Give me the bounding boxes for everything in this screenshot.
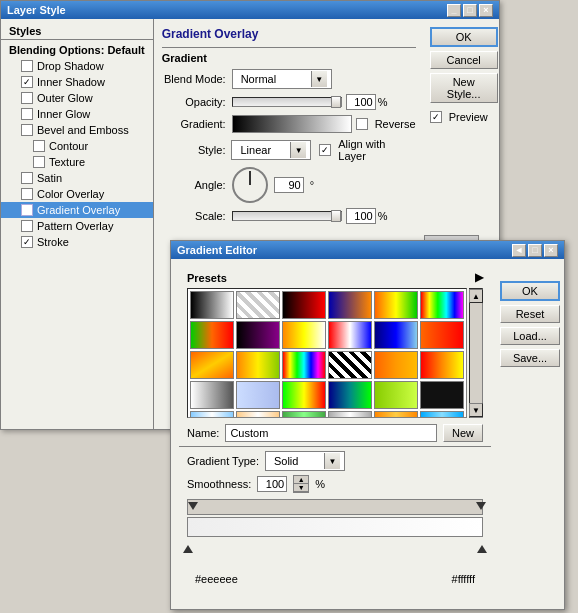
preset-27[interactable] (282, 411, 326, 418)
ge-restore-btn[interactable]: □ (528, 244, 542, 257)
preset-16[interactable] (328, 351, 372, 379)
preset-6[interactable] (420, 291, 464, 319)
contour-checkbox[interactable] (33, 140, 45, 152)
gradient-group: Gradient: Reverse (162, 115, 416, 133)
preset-13[interactable] (190, 351, 234, 379)
preset-26[interactable] (236, 411, 280, 418)
gradient-type-arrow[interactable]: ▼ (324, 453, 340, 469)
angle-degree: ° (310, 179, 314, 191)
bevel-emboss-checkbox[interactable] (21, 124, 33, 136)
gradient-preview[interactable] (232, 115, 352, 133)
preset-28[interactable] (328, 411, 372, 418)
blending-options-item[interactable]: Blending Options: Default (1, 42, 153, 58)
angle-dial[interactable] (232, 167, 268, 203)
preset-25[interactable] (190, 411, 234, 418)
presets-scrollbar[interactable]: ▲ ▼ (469, 288, 483, 418)
preset-29[interactable] (374, 411, 418, 418)
preset-19[interactable] (190, 381, 234, 409)
preset-17[interactable] (374, 351, 418, 379)
smoothness-stepper[interactable]: ▲ ▼ (293, 475, 309, 493)
stepper-up-btn[interactable]: ▲ (294, 476, 308, 484)
preset-7[interactable] (190, 321, 234, 349)
preset-18[interactable] (420, 351, 464, 379)
color-overlay-checkbox[interactable] (21, 188, 33, 200)
pattern-overlay-checkbox[interactable] (21, 220, 33, 232)
stepper-down-btn[interactable]: ▼ (294, 484, 308, 492)
satin-item[interactable]: Satin (1, 170, 153, 186)
outer-glow-item[interactable]: Outer Glow (1, 90, 153, 106)
ge-minimize-btn[interactable]: ◄ (512, 244, 526, 257)
ge-save-button[interactable]: Save... (500, 349, 560, 367)
preset-9[interactable] (282, 321, 326, 349)
gradient-overlay-item[interactable]: Gradient Overlay (1, 202, 153, 218)
satin-checkbox[interactable] (21, 172, 33, 184)
drop-shadow-item[interactable]: Drop Shadow (1, 58, 153, 74)
opacity-stops-area[interactable] (187, 499, 483, 515)
preset-21[interactable] (282, 381, 326, 409)
cancel-button[interactable]: Cancel (430, 51, 498, 69)
angle-input[interactable]: 90 (274, 177, 304, 193)
bevel-emboss-item[interactable]: Bevel and Emboss (1, 122, 153, 138)
pattern-overlay-item[interactable]: Pattern Overlay (1, 218, 153, 234)
inner-glow-checkbox[interactable] (21, 108, 33, 120)
new-style-button[interactable]: New Style... (430, 73, 498, 103)
gradient-overlay-checkbox[interactable] (21, 204, 33, 216)
blend-mode-arrow[interactable]: ▼ (311, 71, 327, 87)
opacity-slider[interactable] (232, 97, 342, 107)
preset-10[interactable] (328, 321, 372, 349)
align-checkbox[interactable] (319, 144, 331, 156)
preset-4[interactable] (328, 291, 372, 319)
smoothness-input[interactable]: 100 (257, 476, 287, 492)
preset-20[interactable] (236, 381, 280, 409)
ge-load-button[interactable]: Load... (500, 327, 560, 345)
close-btn[interactable]: × (479, 4, 493, 17)
drop-shadow-checkbox[interactable] (21, 60, 33, 72)
scale-slider[interactable] (232, 211, 342, 221)
preset-8[interactable] (236, 321, 280, 349)
opacity-input[interactable]: 100 (346, 94, 376, 110)
preset-11[interactable] (374, 321, 418, 349)
stroke-item[interactable]: Stroke (1, 234, 153, 250)
preset-30[interactable] (420, 411, 464, 418)
preview-checkbox[interactable] (430, 111, 442, 123)
preset-1[interactable] (190, 291, 234, 319)
stroke-checkbox[interactable] (21, 236, 33, 248)
preset-2[interactable] (236, 291, 280, 319)
inner-shadow-checkbox[interactable] (21, 76, 33, 88)
inner-shadow-item[interactable]: Inner Shadow (1, 74, 153, 90)
minimize-btn[interactable]: _ (447, 4, 461, 17)
preset-12[interactable] (420, 321, 464, 349)
ge-close-btn[interactable]: × (544, 244, 558, 257)
preset-24[interactable] (420, 381, 464, 409)
gradient-type-dropdown[interactable]: Solid ▼ (265, 451, 345, 471)
outer-glow-checkbox[interactable] (21, 92, 33, 104)
contour-item[interactable]: Contour (1, 138, 153, 154)
color-overlay-item[interactable]: Color Overlay (1, 186, 153, 202)
preset-15[interactable] (282, 351, 326, 379)
new-gradient-button[interactable]: New (443, 424, 483, 442)
preset-23[interactable] (374, 381, 418, 409)
blend-mode-dropdown[interactable]: Normal ▼ (232, 69, 332, 89)
reverse-checkbox[interactable] (356, 118, 368, 130)
preset-22[interactable] (328, 381, 372, 409)
ge-reset-button[interactable]: Reset (500, 305, 560, 323)
presets-grid[interactable] (187, 288, 467, 418)
texture-item[interactable]: Texture (1, 154, 153, 170)
preset-3[interactable] (282, 291, 326, 319)
scroll-down-btn[interactable]: ▼ (469, 403, 483, 417)
restore-btn[interactable]: □ (463, 4, 477, 17)
presets-arrow-btn[interactable]: ▶ (475, 271, 483, 284)
preset-14[interactable] (236, 351, 280, 379)
ge-ok-button[interactable]: OK (500, 281, 560, 301)
preset-5[interactable] (374, 291, 418, 319)
ok-button[interactable]: OK (430, 27, 498, 47)
gradient-bar[interactable] (187, 517, 483, 537)
scroll-up-btn[interactable]: ▲ (469, 289, 483, 303)
scale-input[interactable]: 100 (346, 208, 376, 224)
texture-checkbox[interactable] (33, 156, 45, 168)
style-dropdown[interactable]: Linear ▼ (231, 140, 311, 160)
name-input[interactable]: Custom (225, 424, 437, 442)
inner-glow-item[interactable]: Inner Glow (1, 106, 153, 122)
color-stops-area[interactable] (187, 539, 483, 555)
style-arrow[interactable]: ▼ (290, 142, 306, 158)
